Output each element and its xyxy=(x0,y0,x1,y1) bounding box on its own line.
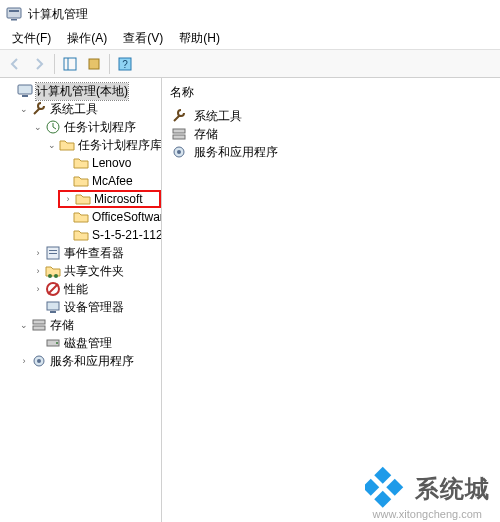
list-label: 存储 xyxy=(194,126,218,143)
tree-label: 性能 xyxy=(64,281,88,298)
tree-root[interactable]: ▶ 计算机管理(本地) xyxy=(4,82,161,100)
column-header-name[interactable]: 名称 xyxy=(170,82,492,107)
svg-rect-12 xyxy=(49,250,57,251)
tree-system-tools[interactable]: ⌄ 系统工具 xyxy=(18,100,161,118)
tree-label: McAfee xyxy=(92,174,133,188)
list-item-system-tools[interactable]: 系统工具 xyxy=(170,107,492,125)
tree-performance[interactable]: › 性能 xyxy=(32,280,161,298)
svg-rect-1 xyxy=(9,10,19,12)
content-area: ▶ 计算机管理(本地) ⌄ 系统工具 xyxy=(0,78,500,522)
computer-icon xyxy=(17,83,33,99)
list-label: 服务和应用程序 xyxy=(194,144,278,161)
window-title: 计算机管理 xyxy=(28,6,88,23)
storage-icon xyxy=(171,126,187,142)
tree-device-manager[interactable]: ▶ 设备管理器 xyxy=(32,298,161,316)
services-icon xyxy=(171,144,187,160)
expand-icon[interactable]: › xyxy=(32,265,44,277)
folder-icon xyxy=(75,191,91,207)
clock-icon xyxy=(45,119,61,135)
menu-file[interactable]: 文件(F) xyxy=(4,28,59,49)
tree-lib-lenovo[interactable]: ▶ Lenovo xyxy=(60,154,161,172)
tree-task-library[interactable]: ⌄ 任务计划程序库 xyxy=(46,136,161,154)
list-item-services-apps[interactable]: 服务和应用程序 xyxy=(170,143,492,161)
svg-rect-18 xyxy=(47,302,59,310)
svg-rect-9 xyxy=(22,95,28,97)
disk-icon xyxy=(45,335,61,351)
folder-icon xyxy=(73,155,89,171)
expand-icon[interactable]: › xyxy=(32,283,44,295)
tree-label: 计算机管理(本地) xyxy=(36,83,128,100)
svg-rect-20 xyxy=(33,320,45,324)
watermark-logo-icon xyxy=(365,465,409,512)
folder-icon xyxy=(73,209,89,225)
tree-label: OfficeSoftware xyxy=(92,210,162,224)
menu-action[interactable]: 操作(A) xyxy=(59,28,115,49)
svg-point-29 xyxy=(177,150,181,154)
folder-icon xyxy=(73,173,89,189)
list-label: 系统工具 xyxy=(194,108,242,125)
toolbar-separator xyxy=(109,54,110,74)
watermark-url: www.xitongcheng.com xyxy=(373,508,482,520)
app-icon xyxy=(6,6,22,22)
list-item-storage[interactable]: 存储 xyxy=(170,125,492,143)
svg-point-25 xyxy=(37,359,41,363)
tree-label: 事件查看器 xyxy=(64,245,124,262)
toolbar: ? xyxy=(0,50,500,78)
help-button[interactable]: ? xyxy=(114,53,136,75)
tree: ▶ 计算机管理(本地) ⌄ 系统工具 xyxy=(0,82,161,370)
tree-label: 磁盘管理 xyxy=(64,335,112,352)
show-hide-tree-button[interactable] xyxy=(59,53,81,75)
folder-icon xyxy=(73,227,89,243)
expand-icon[interactable]: › xyxy=(32,247,44,259)
svg-rect-2 xyxy=(11,19,17,21)
svg-rect-26 xyxy=(173,129,185,133)
tree-event-viewer[interactable]: › 事件查看器 xyxy=(32,244,161,262)
svg-rect-8 xyxy=(18,85,32,94)
device-icon xyxy=(45,299,61,315)
svg-rect-0 xyxy=(7,8,21,18)
expand-icon[interactable]: › xyxy=(18,355,30,367)
nav-forward-button[interactable] xyxy=(28,53,50,75)
tree-label: Microsoft xyxy=(94,192,143,206)
tree-disk-management[interactable]: ▶ 磁盘管理 xyxy=(32,334,161,352)
svg-rect-33 xyxy=(374,491,391,508)
menu-help[interactable]: 帮助(H) xyxy=(171,28,228,49)
performance-icon xyxy=(45,281,61,297)
tree-label: 系统工具 xyxy=(50,101,98,118)
tree-label: S-1-5-21-11212 xyxy=(92,228,162,242)
tree-lib-sid[interactable]: ▶ S-1-5-21-11212 xyxy=(60,226,161,244)
properties-button[interactable] xyxy=(83,53,105,75)
tree-pane: ▶ 计算机管理(本地) ⌄ 系统工具 xyxy=(0,78,162,522)
collapse-icon[interactable]: ⌄ xyxy=(32,121,44,133)
tree-label: 任务计划程序库 xyxy=(78,137,162,154)
tree-label: 任务计划程序 xyxy=(64,119,136,136)
svg-rect-31 xyxy=(365,479,379,496)
collapse-icon[interactable]: ⌄ xyxy=(18,319,30,331)
svg-point-14 xyxy=(48,274,52,278)
tree-lib-mcafee[interactable]: ▶ McAfee xyxy=(60,172,161,190)
svg-rect-5 xyxy=(89,59,99,69)
services-icon xyxy=(31,353,47,369)
titlebar: 计算机管理 xyxy=(0,0,500,28)
collapse-icon[interactable]: ⌄ xyxy=(46,139,58,151)
svg-rect-30 xyxy=(374,467,391,484)
toolbar-separator xyxy=(54,54,55,74)
svg-point-15 xyxy=(54,274,58,278)
tree-label: 存储 xyxy=(50,317,74,334)
svg-point-23 xyxy=(56,342,58,344)
tree-lib-officesoftware[interactable]: ▶ OfficeSoftware xyxy=(60,208,161,226)
nav-back-button[interactable] xyxy=(4,53,26,75)
tree-shared-folders[interactable]: › 共享文件夹 xyxy=(32,262,161,280)
list-pane: 名称 系统工具 存储 服务和应用程序 xyxy=(162,78,500,522)
svg-rect-27 xyxy=(173,135,185,139)
tree-storage[interactable]: ⌄ 存储 xyxy=(18,316,161,334)
menu-view[interactable]: 查看(V) xyxy=(115,28,171,49)
expand-icon[interactable]: › xyxy=(62,193,74,205)
tree-label: 服务和应用程序 xyxy=(50,353,134,370)
tree-task-scheduler[interactable]: ⌄ 任务计划程序 xyxy=(32,118,161,136)
collapse-icon[interactable]: ⌄ xyxy=(18,103,30,115)
tree-lib-microsoft[interactable]: › Microsoft xyxy=(58,190,161,208)
tools-icon xyxy=(171,108,187,124)
svg-rect-13 xyxy=(49,253,57,254)
tree-services-apps[interactable]: › 服务和应用程序 xyxy=(18,352,161,370)
